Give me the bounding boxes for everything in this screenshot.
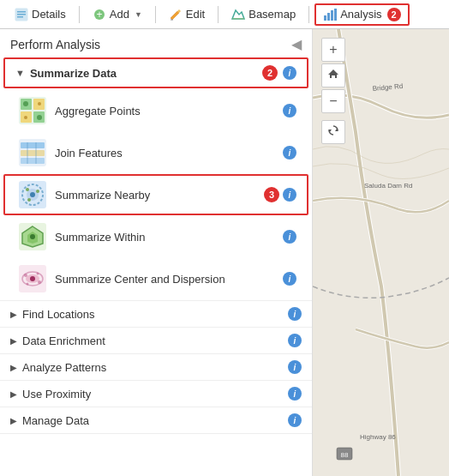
add-dropdown-arrow: ▼ [135, 10, 142, 19]
svg-rect-11 [331, 10, 333, 21]
find-locations-info-icon[interactable]: i [288, 307, 302, 321]
svg-rect-10 [327, 13, 330, 21]
category-data-enrichment[interactable]: ▶ Data Enrichment i [0, 328, 312, 354]
aggregate-info-icon[interactable]: i [283, 104, 296, 117]
summarize-nearby-icon [19, 181, 46, 208]
basemap-button[interactable]: Basemap [224, 4, 303, 25]
use-proximity-label: Use Proximity [22, 388, 288, 401]
edit-button[interactable]: Edit [161, 4, 213, 25]
analysis-badge: 2 [387, 8, 401, 21]
edit-icon [169, 8, 183, 21]
analyze-patterns-label: Analyze Patterns [22, 361, 288, 374]
tool-aggregate-points[interactable]: Aggregate Points i [3, 90, 308, 131]
manage-data-arrow-icon: ▶ [10, 416, 17, 425]
zoom-out-icon: − [329, 93, 337, 109]
category-manage-data[interactable]: ▶ Manage Data i [0, 407, 312, 434]
add-button[interactable]: + Add ▼ [85, 4, 150, 25]
summarize-nearby-label: Summarize Nearby [55, 189, 260, 202]
svg-rect-24 [21, 150, 45, 156]
join-features-label: Join Features [55, 147, 283, 160]
join-info-icon[interactable]: i [283, 146, 296, 160]
svg-point-33 [36, 190, 39, 193]
divider-3 [218, 6, 219, 23]
manage-data-info-icon[interactable]: i [288, 413, 302, 427]
svg-text:Saluda Dam Rd: Saluda Dam Rd [364, 182, 412, 190]
basemap-label: Basemap [248, 8, 296, 21]
panel-header: Perform Analysis ◀ [0, 29, 312, 56]
svg-point-46 [27, 283, 29, 286]
category-label: Summarize Data [30, 67, 259, 80]
svg-point-45 [37, 273, 39, 275]
svg-point-18 [23, 101, 28, 106]
refresh-icon [327, 124, 339, 140]
svg-point-21 [37, 115, 42, 120]
category-find-locations[interactable]: ▶ Find Locations i [0, 301, 312, 328]
analyze-patterns-info-icon[interactable]: i [288, 360, 302, 374]
data-enrichment-label: Data Enrichment [22, 334, 288, 347]
tool-summarize-nearby[interactable]: Summarize Nearby 3 i [3, 174, 308, 215]
svg-rect-3 [17, 16, 23, 18]
summarize-center-dispersion-icon [19, 265, 46, 292]
divider-2 [155, 6, 156, 23]
analysis-icon [323, 8, 337, 21]
category-step-badge: 2 [262, 65, 278, 81]
home-button[interactable] [321, 63, 345, 87]
svg-text:88: 88 [341, 451, 349, 459]
dispersion-info-icon[interactable]: i [283, 272, 296, 286]
svg-point-19 [38, 102, 41, 105]
join-features-icon [19, 139, 46, 166]
svg-rect-23 [21, 142, 45, 148]
svg-rect-9 [324, 15, 326, 21]
nearby-step-badge: 3 [264, 187, 279, 202]
category-use-proximity[interactable]: ▶ Use Proximity i [0, 381, 312, 407]
summarize-data-header[interactable]: ▼ Summarize Data 2 i [3, 57, 308, 88]
controls-gap [321, 115, 345, 118]
tool-summarize-center-dispersion[interactable]: Summarize Center and Dispersion i [3, 258, 308, 299]
add-label: Add [110, 8, 129, 21]
details-icon [15, 8, 28, 21]
divider-4 [308, 6, 309, 23]
svg-point-44 [38, 280, 41, 284]
category-info-icon[interactable]: i [283, 66, 296, 80]
svg-text:+: + [96, 9, 102, 21]
nearby-info-icon[interactable]: i [283, 188, 296, 202]
analysis-label: Analysis [340, 8, 381, 21]
map-area[interactable]: Bridge Rd Saluda Dam Rd Highway 86 88 + … [313, 29, 449, 476]
svg-point-38 [30, 234, 35, 239]
home-icon [327, 68, 339, 83]
summarize-within-label: Summarize Within [55, 231, 283, 244]
svg-rect-8 [232, 18, 244, 20]
category-analyze-patterns[interactable]: ▶ Analyze Patterns i [0, 354, 312, 381]
zoom-in-button[interactable]: + [321, 38, 345, 62]
svg-rect-12 [334, 9, 337, 21]
data-enrichment-info-icon[interactable]: i [288, 334, 302, 347]
svg-marker-7 [232, 10, 244, 19]
panel-scroll[interactable]: ▼ Summarize Data 2 i [0, 56, 312, 476]
within-info-icon[interactable]: i [283, 230, 296, 244]
analysis-button[interactable]: Analysis 2 [314, 3, 409, 26]
tool-summarize-within[interactable]: Summarize Within i [3, 216, 308, 257]
use-proximity-info-icon[interactable]: i [288, 387, 302, 401]
manage-data-label: Manage Data [22, 414, 288, 427]
expand-arrow-icon: ▼ [15, 68, 25, 78]
edit-label: Edit [186, 8, 205, 21]
svg-point-31 [30, 192, 35, 197]
analyze-patterns-arrow-icon: ▶ [10, 363, 17, 372]
svg-point-42 [30, 276, 35, 281]
map-controls: + − [321, 38, 345, 144]
zoom-out-button[interactable]: − [321, 89, 345, 113]
svg-text:Highway 86: Highway 86 [360, 433, 396, 441]
refresh-button[interactable] [321, 120, 345, 144]
collapse-arrow[interactable]: ◀ [291, 36, 302, 52]
add-icon: + [93, 8, 106, 21]
aggregate-points-label: Aggregate Points [55, 105, 283, 117]
divider-1 [79, 6, 80, 23]
toolbar: Details + Add ▼ Edit Basemap Analysis 2 [0, 0, 449, 29]
svg-point-34 [27, 198, 31, 202]
left-panel: Perform Analysis ◀ ▼ Summarize Data 2 i [0, 29, 313, 476]
use-proximity-arrow-icon: ▶ [10, 389, 17, 399]
zoom-in-icon: + [329, 42, 337, 57]
basemap-icon [231, 8, 245, 21]
details-button[interactable]: Details [7, 4, 74, 25]
tool-join-features[interactable]: Join Features i [3, 132, 308, 173]
